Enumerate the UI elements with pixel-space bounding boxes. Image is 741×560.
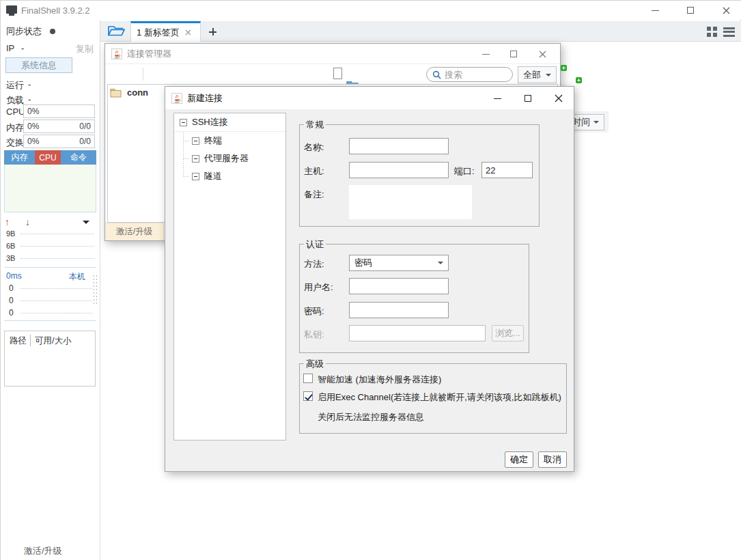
mem-stat-box: 0% 0/0: [23, 120, 95, 133]
tree-item-label: SSH连接: [192, 116, 228, 128]
toolbar-separator: [143, 68, 143, 81]
swap-stat-box: 0% 0/0: [23, 135, 95, 148]
tab-cpu[interactable]: CPU: [35, 150, 61, 165]
grid-view-icon[interactable]: [707, 27, 717, 37]
browse-button: 浏览...: [492, 325, 524, 341]
tree-item-tunnel[interactable]: 隧道: [174, 167, 285, 185]
ping-latency: 0ms: [6, 271, 22, 281]
maximize-button[interactable]: [677, 1, 704, 19]
username-input[interactable]: [349, 278, 449, 294]
smart-accel-checkbox[interactable]: [303, 374, 313, 383]
minimize-icon: [494, 98, 501, 99]
connection-folder-item[interactable]: conn: [110, 87, 148, 98]
method-label: 方法:: [304, 258, 324, 270]
collapse-expander-icon[interactable]: [180, 119, 187, 126]
minimize-button[interactable]: [472, 45, 499, 63]
minimize-icon: [652, 10, 659, 11]
maximize-icon: [687, 7, 694, 14]
tree-connector: [184, 158, 190, 159]
new-conn-titlebar: 新建连接: [165, 87, 574, 109]
net-dropdown-icon[interactable]: [83, 221, 89, 224]
list-menu-icon[interactable]: [723, 27, 735, 37]
tab-bar: 1 新标签页: [100, 21, 741, 42]
plus-badge-icon: [576, 77, 582, 83]
tab-memory[interactable]: 内存: [4, 150, 35, 165]
remark-label: 备注:: [304, 188, 324, 201]
exec-channel-note: 关闭后无法监控服务器信息: [318, 411, 424, 423]
divider: [4, 320, 96, 321]
tree-connector: [184, 141, 190, 141]
monitor-tabs: 内存 CPU 命令: [4, 150, 96, 165]
ip-value: -: [21, 43, 24, 53]
search-box: [426, 67, 513, 82]
cpu-stat-label: CPU: [6, 107, 25, 117]
conn-manager-titlebar: 连接管理器: [105, 44, 560, 64]
ok-button[interactable]: 确定: [505, 451, 533, 468]
advanced-legend: 高级: [304, 358, 326, 370]
chevron-down-icon: [593, 121, 599, 124]
tree-item-terminal[interactable]: 终端: [174, 132, 285, 150]
app-title: FinalShell 3.9.2.2: [21, 5, 89, 16]
system-info-button[interactable]: 系统信息: [5, 57, 72, 73]
collapse-expander-icon[interactable]: [192, 173, 199, 180]
cpu-stat-box: 0%: [23, 104, 95, 118]
net-tick: 9B: [6, 229, 15, 238]
private-key-label: 私钥:: [304, 328, 324, 341]
tree-item-proxy[interactable]: 代理服务器: [174, 150, 285, 167]
private-key-input: [349, 325, 486, 341]
tab-label: 1 新标签页: [137, 27, 180, 39]
new-tab-button[interactable]: [209, 28, 216, 36]
host-input[interactable]: [349, 162, 449, 178]
load-label: 负载: [6, 94, 24, 107]
tree-item-label: 代理服务器: [204, 152, 249, 165]
tab-new-tab-page[interactable]: 1 新标签页: [130, 21, 201, 42]
tree-item-label: 终端: [204, 135, 222, 147]
sidebar: 同步状态 IP - 复制 系统信息 运行 - 负载 - CPU 0% 内存 0%…: [1, 20, 100, 560]
search-input[interactable]: [445, 70, 507, 80]
name-input[interactable]: [349, 138, 449, 154]
ip-label: IP: [6, 43, 14, 53]
activate-upgrade-tab[interactable]: 激活/升级: [105, 223, 164, 240]
password-input[interactable]: [349, 302, 449, 318]
port-input[interactable]: [481, 162, 533, 178]
tab-close-icon[interactable]: [185, 29, 191, 36]
close-button[interactable]: [712, 1, 740, 19]
tree-item-ssh[interactable]: SSH连接: [174, 113, 285, 132]
smart-accel-label: 智能加速 (加速海外服务器连接): [318, 374, 441, 386]
column-divider: [30, 335, 31, 346]
remark-textarea[interactable]: [349, 185, 472, 219]
maximize-button[interactable]: [514, 89, 542, 107]
close-button[interactable]: [529, 45, 556, 63]
chevron-down-icon: [546, 74, 551, 76]
auth-method-select[interactable]: 密码: [349, 255, 449, 271]
general-fieldset: 常规 名称: 主机: 端口: 备注:: [299, 124, 540, 227]
activate-upgrade-link[interactable]: 激活/升级: [24, 545, 62, 557]
cancel-button[interactable]: 取消: [538, 451, 567, 468]
mem-ratio: 0/0: [79, 122, 91, 131]
close-icon: [723, 7, 730, 14]
maximize-button[interactable]: [500, 45, 527, 63]
filter-dropdown[interactable]: 全部: [518, 66, 557, 83]
open-folder-icon[interactable]: [107, 24, 125, 40]
collapse-expander-icon[interactable]: [192, 137, 199, 145]
disk-table: 路径 可用/大小: [4, 331, 96, 387]
tab-command[interactable]: 命令: [61, 150, 96, 165]
minimize-button[interactable]: [484, 89, 511, 107]
chevron-down-icon: [438, 262, 443, 264]
exec-channel-checkbox[interactable]: [303, 391, 313, 401]
advanced-fieldset: 高级 智能加速 (加速海外服务器连接) 启用Exec Channel(若连接上就…: [299, 363, 567, 434]
run-label: 运行: [6, 79, 24, 92]
minimize-button[interactable]: [641, 1, 669, 19]
ping-chart: 0 0 0: [4, 283, 96, 321]
host-label: 主机:: [304, 165, 324, 178]
copy-link[interactable]: 复制: [76, 43, 94, 55]
name-label: 名称:: [304, 141, 324, 154]
close-button[interactable]: [545, 89, 572, 107]
collapse-expander-icon[interactable]: [192, 155, 199, 163]
gridline: [20, 246, 94, 247]
close-icon: [539, 51, 546, 58]
gridline: [20, 258, 94, 259]
gridline: [20, 300, 92, 301]
disk-size-header: 可用/大小: [35, 335, 71, 347]
ping-value: 0: [9, 296, 14, 305]
